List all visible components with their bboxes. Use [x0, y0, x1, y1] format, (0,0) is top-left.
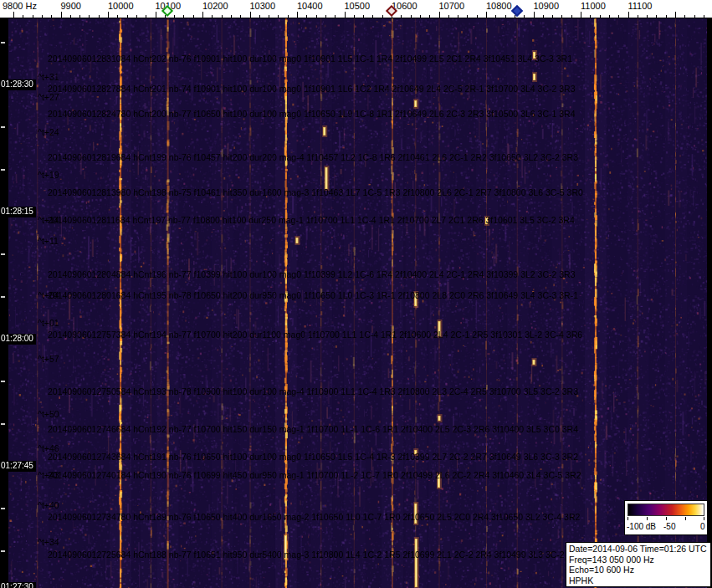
echo-time-marker: ^t+11	[38, 236, 59, 246]
freq-axis-tick	[99, 15, 100, 18]
freq-axis-tick	[269, 15, 269, 18]
freq-axis-tick	[193, 15, 194, 18]
info-panel: Date=2014-09-06 Time=01:26 UTC Freq=143 …	[566, 542, 711, 587]
freq-axis-tick	[411, 15, 412, 18]
colorbar-tick	[666, 517, 667, 520]
freq-axis-tick	[638, 15, 638, 18]
freq-axis-tick	[127, 15, 128, 18]
freq-axis-tick	[675, 12, 676, 18]
freq-axis-tick	[183, 15, 184, 18]
echo-record-row: 20140906012831084 hCnt202 nb-76 f10901 h…	[48, 54, 572, 64]
freq-axis-tick	[561, 15, 562, 18]
freq-axis-tick	[79, 15, 80, 18]
time-axis-tick	[1, 508, 5, 509]
freq-axis-tick	[288, 15, 289, 18]
echo-time-marker: ^t+40	[38, 500, 59, 510]
freq-axis-tick	[23, 15, 23, 18]
spectrogram-screen: 9800 Hz990010000101001020010300104001050…	[0, 0, 712, 588]
colorbar-gradient	[627, 504, 704, 516]
echo-time-marker: ^t+50	[38, 409, 59, 419]
info-station-id: HPHK	[569, 575, 708, 586]
time-axis-label: 01:28:30	[0, 79, 36, 90]
echo-record-row: 20140906012743684 hCnt191 nb-76 f10650 h…	[48, 452, 578, 462]
freq-axis-tick	[429, 15, 430, 18]
freq-axis-tick	[306, 15, 307, 18]
freq-axis-tick	[590, 15, 591, 18]
echo-time-marker: ^t+43	[38, 470, 59, 480]
freq-axis-tick	[628, 12, 629, 18]
freq-axis-tick	[524, 15, 525, 18]
colorbar-tick	[647, 517, 648, 520]
freq-axis-tick	[70, 15, 71, 18]
freq-axis-tick	[61, 12, 62, 18]
colorbar-tick	[704, 517, 704, 520]
echo-time-marker: ^t+57	[38, 354, 59, 364]
freq-axis-tick	[325, 15, 326, 18]
echo-record-row: 20140906012827884 hCnt201 nb-74 f10901 h…	[48, 84, 576, 94]
freq-axis-tick	[117, 15, 118, 18]
echo-record-row: 20140906012824780 hCnt200 nb-77 f10650 h…	[48, 109, 576, 119]
echo-log-overlay: 01:28:3001:28:1501:28:0001:27:4501:27:30…	[0, 0, 712, 588]
freq-axis-tick	[694, 15, 695, 18]
echo-time-marker: ^t+24	[38, 127, 59, 137]
echo-time-marker: ^t+01	[38, 318, 59, 328]
freq-axis-tick	[222, 15, 223, 18]
echo-record-row: 20140906012746684 hCnt192 nb-77 f10700 h…	[48, 424, 578, 434]
time-axis-tick	[1, 253, 5, 255]
time-axis-label: 01:27:45	[0, 461, 36, 472]
echo-record-row: 20140906012819684 hCnt199 nb-76 f10457 h…	[48, 152, 578, 162]
freq-axis-tick	[13, 12, 14, 18]
colorbar-max-label: 0	[700, 522, 705, 531]
info-frequency: Freq=143 050 000 Hz	[569, 555, 708, 565]
echo-time-marker: ^t+31	[38, 72, 59, 82]
time-axis-tick	[1, 381, 5, 382]
freq-axis-tick	[609, 15, 610, 18]
freq-axis-tick	[345, 12, 346, 18]
freq-axis-tick	[571, 15, 572, 18]
echo-record-row: 20140906012740184 hCnt190 nb-76 f10699 h…	[48, 470, 581, 480]
colorbar-min-label: -100 dB	[627, 522, 656, 531]
freq-axis-tick	[89, 15, 90, 18]
freq-axis-label: 10500	[345, 1, 371, 11]
freq-axis-tick	[581, 12, 581, 18]
freq-axis-label: 10900	[534, 1, 560, 11]
freq-axis-label: 11000	[581, 1, 606, 11]
freq-axis-tick	[335, 15, 336, 18]
info-date-time: Date=2014-09-06 Time=01:26 UTC	[569, 544, 708, 555]
colorbar-mid-label: -50	[663, 522, 675, 531]
freq-axis-tick	[467, 15, 468, 18]
blue-freq-marker[interactable]	[511, 5, 523, 17]
echo-time-marker: ^t+19	[38, 170, 59, 180]
freq-axis-tick	[439, 12, 440, 18]
freq-axis-label: 9900	[61, 1, 81, 11]
time-axis-label: 01:28:15	[0, 207, 36, 217]
freq-axis-tick	[505, 15, 506, 18]
freq-axis-tick	[656, 15, 657, 18]
freq-axis-tick	[250, 12, 251, 18]
echo-time-marker: ^t+14	[38, 215, 59, 225]
colorbar-tick	[685, 517, 686, 520]
time-axis-tick	[1, 126, 5, 128]
freq-axis-tick	[477, 15, 478, 18]
freq-axis-tick	[363, 15, 364, 18]
echo-time-marker: ^t+46	[38, 443, 59, 453]
echo-record-row: 20140906012804884 hCnt196 nb-77 f10399 h…	[48, 269, 576, 279]
freq-axis-tick	[684, 15, 685, 18]
freq-axis-tick	[33, 15, 33, 18]
freq-axis-tick	[42, 15, 43, 18]
freq-axis-label: 10400	[297, 1, 323, 11]
freq-axis-tick	[448, 15, 449, 18]
time-axis-label: 01:28:00	[0, 334, 36, 345]
echo-record-row: 20140906012801684 hCnt195 nb-78 f10650 h…	[48, 290, 578, 300]
freq-axis-tick	[618, 15, 619, 18]
freq-axis-label: 11100	[628, 1, 653, 11]
freq-axis-tick	[372, 15, 373, 18]
freq-axis-tick	[486, 12, 487, 18]
freq-axis-tick	[534, 12, 535, 18]
freq-axis-label: 9800 Hz	[3, 1, 37, 11]
time-axis-tick	[1, 42, 5, 43]
freq-axis-tick	[704, 15, 704, 18]
echo-record-row: 20140906012734780 hCnt189 nb-76 f10650 h…	[48, 512, 580, 522]
time-axis-tick	[1, 296, 5, 298]
info-echo-freq: Echo=10 600 Hz	[569, 565, 708, 575]
